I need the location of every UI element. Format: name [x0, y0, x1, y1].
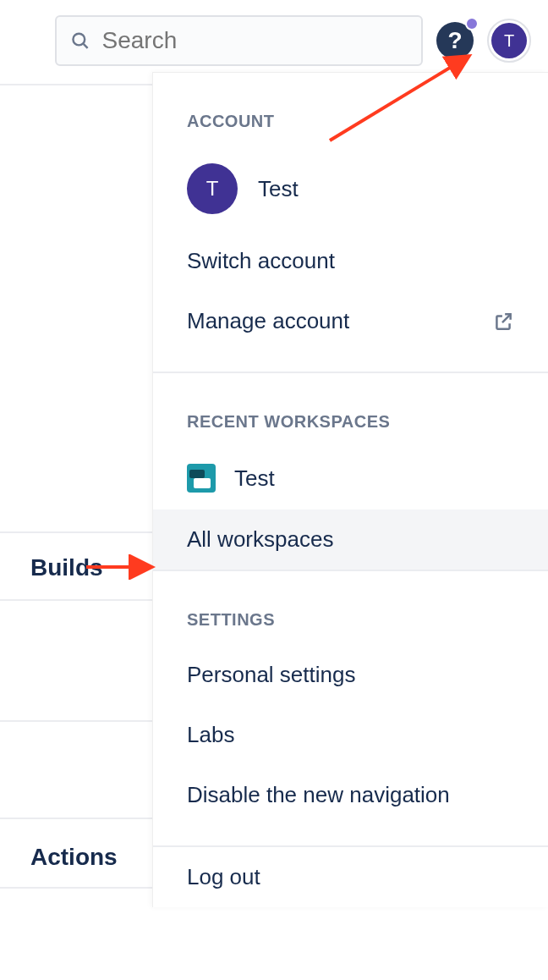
- menu-item-label: Labs: [187, 722, 234, 748]
- search-box[interactable]: [55, 15, 423, 66]
- sidebar-builds-label: Builds: [30, 554, 103, 581]
- menu-item-workspace-test[interactable]: Test: [153, 447, 548, 509]
- search-input[interactable]: [102, 27, 408, 54]
- svg-line-1: [84, 44, 88, 48]
- external-link-icon: [492, 311, 514, 333]
- menu-item-label: Test: [258, 176, 299, 202]
- section-header-recent-workspaces: RECENT WORKSPACES: [153, 373, 548, 447]
- sidebar-actions-label: Actions: [30, 844, 118, 871]
- menu-item-labs[interactable]: Labs: [153, 705, 548, 765]
- search-icon: [70, 30, 90, 52]
- account-avatar-icon: T: [187, 163, 238, 214]
- svg-point-0: [73, 34, 85, 46]
- menu-item-label: Disable the new navigation: [187, 782, 450, 808]
- profile-avatar-initial: T: [491, 23, 527, 58]
- account-dropdown: ACCOUNT T Test Switch account Manage acc…: [152, 72, 548, 907]
- menu-item-disable-navigation[interactable]: Disable the new navigation: [153, 765, 548, 825]
- workspace-icon: [187, 464, 216, 493]
- profile-avatar-button[interactable]: T: [487, 19, 531, 63]
- section-header-settings: SETTINGS: [153, 571, 548, 645]
- menu-item-log-out[interactable]: Log out: [153, 847, 548, 907]
- menu-item-switch-account[interactable]: Switch account: [153, 231, 548, 291]
- help-icon: ?: [447, 27, 462, 54]
- notification-dot: [465, 17, 479, 30]
- menu-item-manage-account[interactable]: Manage account: [153, 291, 548, 351]
- menu-item-label: Manage account: [187, 308, 349, 334]
- menu-item-all-workspaces[interactable]: All workspaces: [153, 509, 548, 570]
- topbar: ? T: [0, 0, 548, 81]
- menu-item-personal-settings[interactable]: Personal settings: [153, 645, 548, 705]
- section-header-account: ACCOUNT: [153, 73, 548, 146]
- menu-item-label: Personal settings: [187, 662, 355, 688]
- menu-item-label: All workspaces: [187, 526, 333, 553]
- menu-item-label: Switch account: [187, 248, 335, 274]
- menu-item-label: Test: [234, 465, 275, 492]
- help-button[interactable]: ?: [436, 22, 474, 59]
- menu-item-account[interactable]: T Test: [153, 146, 548, 231]
- menu-item-label: Log out: [187, 864, 260, 890]
